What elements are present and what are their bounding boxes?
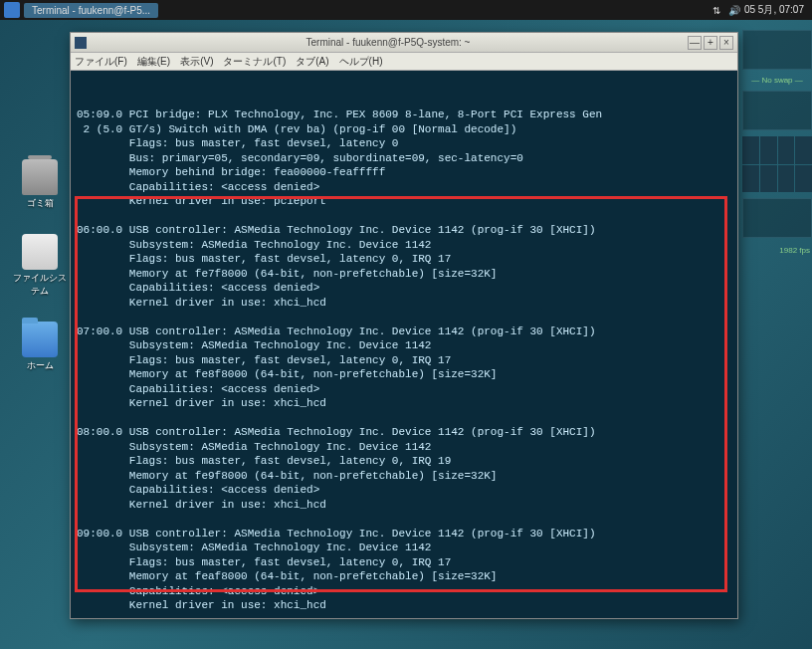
terminal-line: Capabilities: <access denied> <box>77 584 731 599</box>
maximize-button[interactable]: + <box>704 36 717 50</box>
terminal-line <box>77 512 731 527</box>
terminal-line: Flags: bus master, fast devsel, latency … <box>77 136 731 151</box>
trash-icon[interactable]: ゴミ箱 <box>12 159 68 210</box>
terminal-line: Kernel driver in use: xhci_hcd <box>77 296 731 311</box>
window-icon <box>75 37 87 49</box>
terminal-line: Subsystem: ASMedia Technology Inc. Devic… <box>77 440 731 455</box>
terminal-line: 08:00.0 USB controller: ASMedia Technolo… <box>77 425 731 440</box>
terminal-output[interactable]: 05:09.0 PCI bridge: PLX Technology, Inc.… <box>71 71 737 618</box>
terminal-line <box>77 310 731 324</box>
network-icon[interactable]: ⇅ <box>712 5 722 15</box>
filesystem-icon[interactable]: ファイルシステム <box>12 234 68 298</box>
sysmon-graph-2 <box>742 91 812 130</box>
clock[interactable]: 05 5月, 07:07 <box>744 3 804 17</box>
window-title: Terminal - fuukenn@f-P5Q-system: ~ <box>91 37 686 48</box>
terminal-line: Kernel driver in use: xhci_hcd <box>77 396 731 411</box>
filesystem-label: ファイルシステム <box>12 272 68 298</box>
terminal-line: Subsystem: ASMedia Technology Inc. Devic… <box>77 238 731 253</box>
terminal-line: Kernel driver in use: xhci_hcd <box>77 498 731 513</box>
terminal-line: 06:00.0 USB controller: ASMedia Technolo… <box>77 223 731 238</box>
terminal-line: Flags: bus master, fast devsel, latency … <box>77 555 731 570</box>
terminal-line: Capabilities: <access denied> <box>77 382 731 397</box>
terminal-line: Subsystem: ASMedia Technology Inc. Devic… <box>77 541 731 555</box>
terminal-line: Subsystem: ASMedia Technology Inc. Devic… <box>77 338 731 353</box>
menu-tabs[interactable]: タブ(A) <box>296 55 328 69</box>
terminal-line: Memory at feaf8000 (64-bit, non-prefetch… <box>77 569 731 584</box>
folder-glyph-icon <box>22 322 58 357</box>
desktop-icons: ゴミ箱 ファイルシステム ホーム <box>12 159 68 372</box>
terminal-line: Memory at fe9f8000 (64-bit, non-prefetch… <box>77 469 731 484</box>
home-label: ホーム <box>27 359 54 372</box>
disk-glyph-icon <box>22 234 58 270</box>
menu-terminal[interactable]: ターミナル(T) <box>223 55 286 69</box>
trash-label: ゴミ箱 <box>27 197 54 210</box>
home-folder-icon[interactable]: ホーム <box>12 322 68 372</box>
terminal-line: 09:00.0 USB controller: ASMedia Technolo… <box>77 527 731 541</box>
terminal-line <box>77 209 731 224</box>
menubar: ファイル(F) 編集(E) 表示(V) ターミナル(T) タブ(A) ヘルプ(H… <box>71 53 737 71</box>
swap-label: — No swap — <box>742 76 812 85</box>
titlebar[interactable]: Terminal - fuukenn@f-P5Q-system: ~ — + × <box>71 33 737 53</box>
terminal-line: Capabilities: <access denied> <box>77 281 731 296</box>
terminal-line: 05:09.0 PCI bridge: PLX Technology, Inc.… <box>77 108 731 122</box>
terminal-line: Kernel driver in use: pcieport <box>77 194 731 209</box>
system-tray: ⇅ 🔊 05 5月, 07:07 <box>712 3 812 17</box>
sysmon-cpu-grid <box>742 136 812 192</box>
minimize-button[interactable]: — <box>688 36 702 50</box>
terminal-line: Flags: bus master, fast devsel, latency … <box>77 454 731 469</box>
top-panel: Terminal - fuukenn@f-P5... ⇅ 🔊 05 5月, 07… <box>0 0 812 20</box>
sysmon-fps: 1982 fps <box>742 244 812 257</box>
terminal-line <box>77 411 731 426</box>
terminal-line: Bus: primary=05, secondary=09, subordina… <box>77 151 731 166</box>
terminal-window: Terminal - fuukenn@f-P5Q-system: ~ — + ×… <box>70 32 738 619</box>
terminal-line: Memory behind bridge: fea00000-feafffff <box>77 165 731 180</box>
sysmon-graph-1 <box>742 30 812 70</box>
menu-edit[interactable]: 編集(E) <box>137 55 170 69</box>
volume-icon[interactable]: 🔊 <box>728 5 738 15</box>
menu-view[interactable]: 表示(V) <box>180 55 213 69</box>
terminal-line: 07:00.0 USB controller: ASMedia Technolo… <box>77 324 731 339</box>
trash-glyph-icon <box>22 159 58 195</box>
sysmon-graph-3 <box>742 198 812 238</box>
menu-file[interactable]: ファイル(F) <box>75 55 127 69</box>
taskbar-app-button[interactable]: Terminal - fuukenn@f-P5... <box>24 3 158 18</box>
menu-help[interactable]: ヘルプ(H) <box>339 55 383 69</box>
close-button[interactable]: × <box>719 36 733 50</box>
panel-app-icon[interactable] <box>4 2 20 18</box>
terminal-line: 2 (5.0 GT/s) Switch with DMA (rev ba) (p… <box>77 122 731 137</box>
system-monitor: — No swap — 1982 fps <box>742 30 812 257</box>
terminal-line: Flags: bus master, fast devsel, latency … <box>77 252 731 267</box>
terminal-line: Memory at fe8f8000 (64-bit, non-prefetch… <box>77 367 731 382</box>
terminal-line: Memory at fe7f8000 (64-bit, non-prefetch… <box>77 267 731 282</box>
terminal-line: Capabilities: <access denied> <box>77 483 731 498</box>
terminal-line: Kernel driver in use: xhci_hcd <box>77 598 731 613</box>
terminal-line: Flags: bus master, fast devsel, latency … <box>77 353 731 368</box>
terminal-line: Capabilities: <access denied> <box>77 180 731 195</box>
terminal-line <box>77 613 731 619</box>
